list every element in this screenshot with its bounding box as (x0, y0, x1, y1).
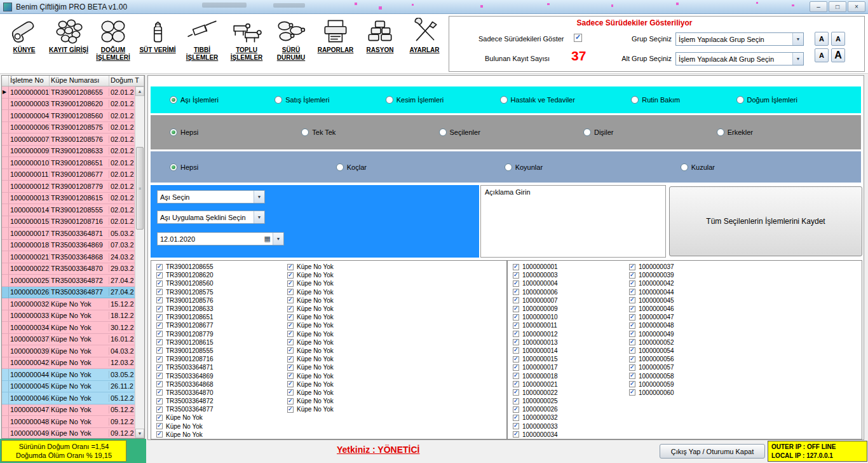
list-item[interactable]: ✓ 1000000033 (513, 422, 626, 431)
list-item[interactable]: ✓ 1000000018 (513, 371, 626, 380)
checkbox-checked-icon[interactable]: ✓ (629, 331, 635, 337)
checkbox-checked-icon[interactable]: ✓ (629, 314, 635, 321)
list-item[interactable]: ✓ Küpe No Yok (287, 313, 414, 321)
list-item[interactable]: ✓ 1000000058 (629, 371, 742, 380)
checkbox-checked-icon[interactable]: ✓ (629, 306, 635, 312)
toolbar-button[interactable]: KAYIT GİRİŞİ (47, 15, 90, 61)
checkbox-checked-icon[interactable]: ✓ (513, 389, 519, 396)
list-item[interactable]: ✓ TR35003364877 (156, 405, 283, 413)
checkbox-checked-icon[interactable]: ✓ (513, 331, 519, 337)
checkbox-checked-icon[interactable]: ✓ (287, 356, 294, 363)
list-item[interactable]: ✓ 1000000026 (513, 405, 626, 413)
checkbox-checked-icon[interactable]: ✓ (629, 289, 635, 295)
chevron-down-icon[interactable]: ▼ (273, 233, 283, 245)
checkbox-checked-icon[interactable]: ✓ (513, 314, 519, 321)
checkbox-checked-icon[interactable]: ✓ (156, 339, 163, 345)
checkbox-checked-icon[interactable]: ✓ (287, 381, 294, 387)
checkbox-checked-icon[interactable]: ✓ (156, 322, 163, 329)
list-item[interactable]: ✓ 1000000017 (513, 363, 626, 371)
table-row[interactable]: ▶ 1000000046 Küpe No Yok 05.12.2 (2, 392, 144, 404)
table-row[interactable]: ▶ 1000000001 TR39001208655 02.01.2 (2, 86, 144, 99)
list-item[interactable]: ✓ TR39001208560 (156, 279, 283, 287)
table-row[interactable]: ▶ 1000000022 TR35003364870 29.03.2 (2, 263, 144, 275)
checkbox-checked-icon[interactable]: ✓ (629, 389, 635, 396)
operation-type-radio[interactable]: Rutin Bakım (631, 96, 680, 104)
checkbox-checked-icon[interactable]: ✓ (513, 406, 519, 413)
selection-filter-radio[interactable]: Hepsi (170, 128, 198, 136)
list-item[interactable]: ✓ 1000000045 (629, 296, 742, 305)
list-item[interactable]: ✓ 1000000056 (629, 355, 742, 363)
list-item[interactable]: ✓ 1000000011 (513, 321, 626, 329)
selection-filter-radio[interactable]: Seçilenler (439, 128, 480, 136)
list-item[interactable]: ✓ Küpe No Yok (287, 271, 414, 279)
checkbox-checked-icon[interactable]: ✓ (513, 306, 519, 312)
list-item[interactable]: ✓ 1000000059 (629, 380, 742, 389)
font-size-button[interactable]: A (815, 48, 829, 62)
checkbox-checked-icon[interactable]: ✓ (287, 339, 294, 345)
vaccine-select[interactable]: Aşı Seçin ▼ (157, 190, 265, 204)
list-item[interactable]: ✓ 1000000037 (629, 263, 742, 271)
column-header-isletme-no[interactable]: İşletme No (9, 76, 50, 86)
checkbox-checked-icon[interactable]: ✓ (513, 398, 519, 404)
checkbox-checked-icon[interactable]: ✓ (156, 356, 163, 363)
checkbox-checked-icon[interactable]: ✓ (513, 272, 519, 279)
show-only-herd-checkbox[interactable]: ✓ (574, 34, 582, 42)
checkbox-checked-icon[interactable]: ✓ (156, 398, 163, 404)
checkbox-checked-icon[interactable]: ✓ (156, 373, 163, 379)
scrollbar-thumb[interactable]: ≡ (136, 147, 144, 230)
save-all-button[interactable]: Tüm Seçilenlerin İşlemlerini Kaydet (669, 186, 862, 256)
list-item[interactable]: ✓ 1000000042 (629, 279, 742, 287)
checkbox-checked-icon[interactable]: ✓ (156, 415, 163, 421)
list-item[interactable]: ✓ 1000000044 (629, 288, 742, 296)
checkbox-checked-icon[interactable]: ✓ (156, 423, 163, 429)
checkbox-checked-icon[interactable]: ✓ (629, 373, 635, 379)
checkbox-checked-icon[interactable]: ✓ (513, 415, 519, 421)
checkbox-checked-icon[interactable]: ✓ (629, 297, 635, 303)
list-item[interactable]: ✓ Küpe No Yok (287, 347, 414, 355)
list-item[interactable]: ✓ Küpe No Yok (287, 263, 414, 271)
checkbox-checked-icon[interactable]: ✓ (513, 264, 519, 270)
list-item[interactable]: ✓ TR39001208633 (156, 305, 283, 313)
checkbox-checked-icon[interactable]: ✓ (287, 280, 294, 287)
table-row[interactable]: ▶ 1000000015 TR39001208716 02.01.2 (2, 216, 144, 228)
table-row[interactable]: ▶ 1000000034 Küpe No Yok 30.12.2 (2, 322, 144, 334)
toolbar-button[interactable]: SÜRÜ DURUMU (269, 15, 313, 61)
checkbox-checked-icon[interactable]: ✓ (156, 364, 163, 371)
table-row[interactable]: ▶ 1000000048 Küpe No Yok 09.12.2 (2, 416, 144, 428)
table-row[interactable]: ▶ 1000000007 TR39001208576 02.01.2 (2, 134, 144, 146)
checkbox-checked-icon[interactable]: ✓ (287, 331, 294, 337)
list-item[interactable]: ✓ TR39001208575 (156, 288, 283, 296)
list-item[interactable]: ✓ 1000000001 (513, 263, 626, 271)
list-item[interactable]: ✓ 1000000052 (629, 338, 742, 347)
selection-filter-radio[interactable]: Tek Tek (301, 128, 336, 136)
list-item[interactable]: ✓ TR39001208677 (156, 321, 283, 329)
table-row[interactable]: ▶ 1000000032 Küpe No Yok 15.12.2 (2, 298, 144, 310)
list-item[interactable]: ✓ Küpe No Yok (287, 405, 414, 413)
selection-filter-radio[interactable]: Dişiler (583, 128, 614, 136)
list-item[interactable]: ✓ 1000000021 (513, 380, 626, 389)
list-item[interactable]: ✓ TR35003364872 (156, 397, 283, 405)
selection-filter-radio[interactable]: Erkekler (717, 128, 753, 136)
list-item[interactable]: ✓ Küpe No Yok (287, 279, 414, 287)
list-item[interactable]: ✓ TR39001208576 (156, 296, 283, 305)
toolbar-button[interactable]: DOĞUM İŞLEMLERİ (92, 15, 135, 61)
application-method-select[interactable]: Aşı Uygulama Şeklini Seçin ▼ (157, 211, 265, 224)
table-row[interactable]: ▶ 1000000010 TR39001208651 02.01.2 (2, 157, 144, 169)
list-item[interactable]: ✓ Küpe No Yok (156, 431, 283, 439)
checkbox-checked-icon[interactable]: ✓ (287, 314, 294, 321)
scroll-up-icon[interactable]: ▲ (135, 86, 144, 96)
grid-scrollbar[interactable]: ▲ ≡ ▼ (135, 86, 144, 438)
chevron-down-icon[interactable]: ▼ (254, 191, 264, 203)
operation-type-radio[interactable]: Aşı İşlemleri (170, 96, 219, 104)
table-row[interactable]: ▶ 1000000044 Küpe No Yok 03.05.2 (2, 369, 144, 381)
checkbox-checked-icon[interactable]: ✓ (156, 306, 163, 312)
list-item[interactable]: ✓ 1000000010 (513, 313, 626, 321)
list-item[interactable]: ✓ 1000000039 (629, 271, 742, 279)
checkbox-checked-icon[interactable]: ✓ (629, 322, 635, 329)
checkbox-checked-icon[interactable]: ✓ (513, 297, 519, 303)
list-item[interactable]: ✓ TR35003364868 (156, 380, 283, 389)
checkbox-checked-icon[interactable]: ✓ (156, 347, 163, 354)
checkbox-checked-icon[interactable]: ✓ (513, 364, 519, 371)
list-item[interactable]: ✓ Küpe No Yok (287, 296, 414, 305)
checkbox-checked-icon[interactable]: ✓ (513, 356, 519, 363)
